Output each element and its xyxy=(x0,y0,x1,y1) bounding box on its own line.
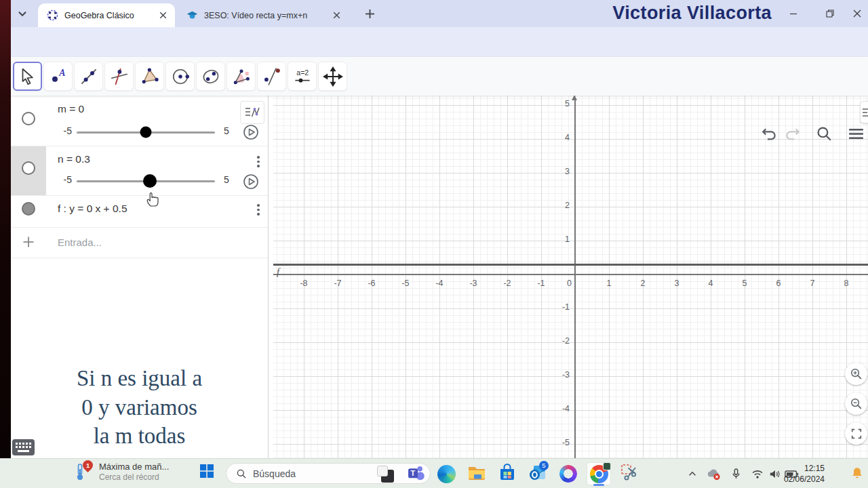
graphics-style-icon[interactable] xyxy=(860,101,868,123)
taskbar-app-outlook[interactable]: 5 xyxy=(526,462,550,485)
function-f-line[interactable] xyxy=(273,264,868,266)
tool-angle[interactable] xyxy=(226,62,256,91)
weather-widget[interactable]: 1 Máxima de mañ... Cerca del récord xyxy=(75,462,169,482)
tool-slider[interactable]: a=2 xyxy=(288,62,317,91)
y-tick-label: -4 xyxy=(562,404,570,413)
x-axis xyxy=(273,274,868,275)
browser-toolbar: geogebra.org/classic?lang=es Error xyxy=(11,27,868,57)
graphics-view[interactable]: f -8-7-6-5-4-3-2-101234567854321-1-2-3-4… xyxy=(273,96,868,458)
caption-line: 0 y variamos xyxy=(11,393,268,422)
row-options-icon[interactable] xyxy=(257,204,260,216)
tool-perpendicular-line[interactable] xyxy=(104,62,134,91)
windows-taskbar: 1 Máxima de mañ... Cerca del récord Búsq… xyxy=(0,458,868,488)
play-animation-icon[interactable] xyxy=(243,174,259,190)
slider-knob[interactable] xyxy=(140,127,152,138)
onedrive-error-icon[interactable] xyxy=(706,466,721,481)
taskbar-app-office[interactable] xyxy=(556,462,580,485)
tool-move-graphics[interactable] xyxy=(318,62,347,91)
tool-polygon[interactable] xyxy=(135,62,164,91)
taskbar-clock[interactable]: 12:15 02/06/2024 xyxy=(784,463,825,485)
taskbar-search-placeholder: Búsqueda xyxy=(253,468,296,479)
row-options-icon[interactable] xyxy=(257,156,260,167)
algebra-row-n[interactable]: n = 0.3 -5 5 xyxy=(11,146,268,196)
redo-icon[interactable] xyxy=(782,123,804,144)
play-animation-icon[interactable] xyxy=(243,124,259,140)
panel-divider[interactable] xyxy=(268,96,269,458)
weather-headline: Máxima de mañ... xyxy=(99,462,169,472)
window-restore-button[interactable] xyxy=(818,0,842,27)
y-tick-label: -1 xyxy=(562,302,570,312)
menu-icon[interactable] xyxy=(845,123,867,144)
visibility-toggle-f[interactable] xyxy=(22,202,35,216)
volume-icon[interactable] xyxy=(767,466,782,481)
algebra-input-placeholder[interactable]: Entrada... xyxy=(58,237,102,248)
slider-max-label: 5 xyxy=(224,174,229,185)
tray-chevron-icon[interactable] xyxy=(685,466,700,481)
taskbar-app-chrome[interactable] xyxy=(587,462,611,485)
taskbar-app-teams[interactable]: T xyxy=(403,462,428,485)
window-close-button[interactable] xyxy=(846,0,868,27)
y-tick-label: 3 xyxy=(565,167,570,176)
microphone-icon[interactable] xyxy=(728,466,743,481)
search-icon[interactable] xyxy=(813,123,835,144)
x-tick-label: -8 xyxy=(300,279,307,288)
tab-close-icon[interactable] xyxy=(331,9,342,21)
unread-badge: 5 xyxy=(539,461,549,470)
tab-video-recta[interactable]: 3ESO: Vídeo recta y=mx+n xyxy=(178,3,349,27)
tool-conic[interactable] xyxy=(196,62,225,91)
taskbar-app-file-explorer[interactable] xyxy=(465,462,489,485)
add-input-icon[interactable] xyxy=(22,235,35,249)
y-tick-label: 5 xyxy=(565,99,570,108)
tab-close-icon[interactable] xyxy=(157,9,169,21)
x-tick-label: 0 xyxy=(567,279,572,288)
tool-line[interactable] xyxy=(74,62,103,91)
notification-bell-icon[interactable] xyxy=(850,466,864,480)
virtual-keyboard-icon[interactable] xyxy=(12,439,35,455)
fullscreen-icon[interactable] xyxy=(845,422,867,445)
taskbar-search[interactable]: Búsqueda xyxy=(226,463,431,484)
zoom-out-icon[interactable] xyxy=(845,392,867,415)
tab-search-icon[interactable] xyxy=(16,7,28,20)
tab-geogebra[interactable]: GeoGebra Clásico xyxy=(38,3,175,27)
algebra-panel: m = 0 -5 5 n = 0.3 -5 5 f xyxy=(11,96,268,458)
x-tick-label: -3 xyxy=(469,279,477,288)
window-minimize-button[interactable] xyxy=(782,0,805,27)
visibility-toggle-m[interactable] xyxy=(22,112,35,125)
tool-circle[interactable] xyxy=(165,62,195,91)
hand-cursor xyxy=(144,189,161,207)
y-tick-label: -5 xyxy=(562,438,570,447)
algebra-input-row[interactable]: Entrada... xyxy=(11,228,268,258)
new-tab-icon[interactable] xyxy=(363,7,376,20)
algebra-row-m[interactable]: m = 0 -5 5 xyxy=(11,96,268,146)
tool-point[interactable]: A xyxy=(43,62,73,91)
x-tick-label: 1 xyxy=(607,279,612,288)
algebra-row-f[interactable]: f : y = 0 x + 0.5 xyxy=(11,196,268,228)
zoom-in-icon[interactable] xyxy=(845,363,867,385)
taskbar-app-edge[interactable] xyxy=(434,462,458,485)
object-label-m: m = 0 xyxy=(58,103,84,115)
slider-n[interactable] xyxy=(77,174,215,188)
slider-m[interactable] xyxy=(77,125,215,139)
start-button[interactable] xyxy=(200,464,214,478)
geogebra-favicon xyxy=(47,9,58,21)
visibility-toggle-n[interactable] xyxy=(22,161,35,175)
taskbar-app-task-view[interactable] xyxy=(373,462,397,485)
presenter-name-overlay: Victoria Villacorta xyxy=(612,0,772,27)
wifi-icon[interactable] xyxy=(750,466,765,481)
tool-move[interactable] xyxy=(13,62,42,91)
time: 12:15 xyxy=(784,463,825,474)
tool-reflection[interactable] xyxy=(257,62,286,91)
svg-text:A: A xyxy=(58,68,65,78)
svg-text:T: T xyxy=(410,468,415,476)
tab-title: GeoGebra Clásico xyxy=(64,11,153,20)
x-tick-label: 3 xyxy=(675,279,679,288)
algebra-style-icon[interactable] xyxy=(240,101,264,124)
slider-knob[interactable] xyxy=(143,174,157,188)
object-label-n: n = 0.3 xyxy=(58,153,90,165)
taskbar-app-store[interactable] xyxy=(495,462,519,485)
undo-icon[interactable] xyxy=(757,123,779,144)
object-label-f: f : y = 0 x + 0.5 xyxy=(58,203,127,215)
taskbar-app-snipping-tool[interactable] xyxy=(617,462,642,485)
x-tick-label: 8 xyxy=(844,279,849,288)
desktop-background-strip xyxy=(0,0,11,458)
